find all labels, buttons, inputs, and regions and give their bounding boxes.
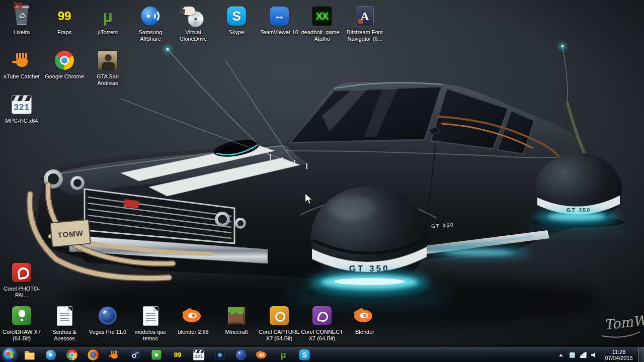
- desktop-icon-label: Senhas & Acessos: [43, 329, 86, 342]
- desktop-icon-label: Samsung AllShare: [129, 29, 172, 42]
- atube-icon: [10, 48, 34, 72]
- teamviewer-icon: [267, 4, 291, 28]
- firefox-icon: [87, 348, 100, 362]
- desktop-icon-label: Vegas Pro 11.0: [86, 329, 129, 335]
- blender-icon: [353, 304, 377, 328]
- desktop-icon-coreldraw-x7-64-bit[interactable]: CorelDRAW X7 (64-Bit): [0, 304, 43, 342]
- desktop-icon-torrent[interactable]: µµTorrent: [86, 4, 129, 36]
- desktop-icon-label: aTube Catcher: [0, 73, 43, 80]
- clock-date: 07/04/2015: [602, 355, 636, 361]
- chrome-icon: [52, 48, 76, 72]
- desktop-icon-blender-2-68[interactable]: blender 2.68: [172, 304, 215, 335]
- desktop-icon-label: CorelDRAW X7 (64-Bit): [0, 329, 43, 342]
- taskbar-clock[interactable]: 11:28 07/04/2015: [602, 349, 636, 361]
- corel-capture-icon: [267, 304, 291, 328]
- atube-icon: [108, 348, 121, 362]
- desktop-icon-mpc-hc-x64[interactable]: 321MPC-HC x64: [0, 93, 43, 124]
- taskbar-items: 99321µS: [19, 347, 315, 362]
- desktop-icon-skype[interactable]: SSkype: [215, 4, 258, 36]
- taskbar-item-windows-explorer[interactable]: [19, 347, 40, 362]
- folder-icon: [23, 348, 37, 362]
- taskbar-item-atube-catcher[interactable]: [104, 347, 125, 362]
- desktop-icon-corel-photo-pai[interactable]: Corel PHOTO-PAI...: [0, 260, 43, 299]
- taskbar-item-firefox[interactable]: [83, 347, 104, 362]
- desktop-icon-label: GTA San Andreas: [86, 73, 129, 86]
- mouse-cursor: [303, 193, 314, 205]
- taskbar-item-fraps[interactable]: 99: [167, 347, 188, 362]
- desktop-icon-label: MPC-HC x64: [0, 118, 43, 124]
- desktop-icon-teamviewer-10[interactable]: TeamViewer 10: [258, 4, 301, 36]
- desktop-icon-vegas-pro-11-0[interactable]: Vegas Pro 11.0: [86, 304, 129, 335]
- taskbar-item-skype[interactable]: S: [294, 347, 315, 362]
- tray-icons: [555, 347, 600, 362]
- taskbar-item-blender[interactable]: [252, 347, 273, 362]
- taskbar-item-steam[interactable]: [125, 347, 146, 362]
- desktop-icon-corel-capture-x7-64-bit[interactable]: Corel CAPTURE X7 (64-Bit): [258, 304, 301, 342]
- taskbar-item-dark-blue-app[interactable]: [209, 347, 230, 362]
- desktop-icon-senhas-acessos[interactable]: Senhas & Acessos: [43, 304, 86, 342]
- desktop-icon-gta-san-andreas[interactable]: GTA San Andreas: [86, 48, 129, 86]
- clonedrive-icon: [181, 4, 205, 28]
- blender-icon: [181, 304, 205, 328]
- chrome-icon: [65, 348, 79, 362]
- desktop-icon-virtual-clonedrive[interactable]: Virtual CloneDrive: [172, 4, 215, 42]
- taskbar: 99321µS 11:28 07/04/2015: [0, 347, 644, 362]
- mpc-icon: 321: [10, 93, 34, 117]
- desktop-icon-google-chrome[interactable]: Google Chrome: [43, 48, 86, 80]
- desktop-icon-label: Corel PHOTO-PAI...: [0, 286, 43, 299]
- desktop-icon-modelos-que-temos[interactable]: modelos que temos: [129, 304, 172, 342]
- desktop-icon-label: Lixeira: [0, 29, 43, 36]
- gta-icon: [96, 48, 120, 72]
- allshare-icon: [138, 4, 163, 28]
- coreldraw-icon: [10, 304, 34, 328]
- minecraft-icon: [224, 304, 249, 328]
- taskbar-item-utorrent[interactable]: µ: [273, 347, 294, 362]
- fraps-icon: 99: [52, 4, 76, 28]
- corel-photo-icon: [10, 260, 34, 285]
- desktop-icon-samsung-allshare[interactable]: Samsung AllShare: [129, 4, 172, 42]
- desktop-icon-deadbolt-game-atalho[interactable]: XXdeadbolt_game - Atalho: [300, 4, 344, 42]
- deadbolt-icon: XX: [310, 4, 334, 28]
- desktop-icon-label: blender 2.68: [172, 329, 215, 335]
- desktop-icon-label: deadbolt_game - Atalho: [300, 29, 344, 42]
- volume-icon[interactable]: [589, 347, 600, 362]
- taskbar-item-windows-media-player[interactable]: [40, 347, 61, 362]
- taskbar-item-google-chrome[interactable]: [61, 347, 83, 362]
- desktop-icon-label: Virtual CloneDrive: [172, 29, 215, 42]
- corel-connect-icon: [310, 304, 334, 328]
- skype-icon: S: [224, 4, 249, 28]
- dark-blue-app-icon: [213, 348, 227, 362]
- mpc-icon: 321: [192, 348, 206, 362]
- show-desktop-button[interactable]: [638, 347, 644, 362]
- start-button[interactable]: [2, 348, 18, 362]
- clock-time: 11:28: [602, 349, 636, 355]
- windows-orb-icon: [3, 348, 16, 361]
- bitstream-icon: A: [353, 4, 377, 28]
- desktop-icons: Lixeira99FrapsµµTorrentSamsung AllShareV…: [0, 0, 644, 347]
- system-tray: 11:28 07/04/2015: [555, 347, 644, 362]
- fraps-icon: 99: [171, 348, 185, 362]
- tray-app-icon[interactable]: [567, 347, 578, 362]
- utorrent-icon: µ: [96, 4, 120, 28]
- desktop-icon-minecraft[interactable]: Minecraft: [215, 304, 258, 335]
- green-app-icon: [150, 348, 164, 362]
- desktop-icon-label: Corel CONNECT X7 (64-Bit): [300, 329, 344, 342]
- textfile-icon: [138, 304, 163, 328]
- taskbar-item-vegas-pro[interactable]: [230, 347, 252, 362]
- blender-icon: [256, 348, 269, 362]
- vegas-icon: [234, 348, 248, 362]
- desktop-icon-blender[interactable]: Blender: [343, 304, 386, 335]
- hidden-icons-chevron-icon[interactable]: [555, 347, 567, 362]
- vegas-icon: [96, 304, 120, 328]
- wmp-icon: [44, 348, 58, 362]
- taskbar-item-green-app[interactable]: [146, 347, 167, 362]
- desktop-icon-bitstream-font-navigator-6[interactable]: ABitstream Font Navigator (6...: [343, 4, 386, 42]
- desktop-icon-fraps[interactable]: 99Fraps: [43, 4, 86, 36]
- taskbar-item-mpc-hc[interactable]: 321: [188, 347, 209, 362]
- desktop-icon-label: µTorrent: [86, 29, 129, 36]
- network-icon[interactable]: [578, 347, 589, 362]
- desktop-icon-atube-catcher[interactable]: aTube Catcher: [0, 48, 43, 80]
- utorrent-icon: µ: [277, 348, 290, 362]
- desktop-icon-label: Bitstream Font Navigator (6...: [343, 29, 386, 42]
- desktop-icon-corel-connect-x7-64-bit[interactable]: Corel CONNECT X7 (64-Bit): [300, 304, 344, 342]
